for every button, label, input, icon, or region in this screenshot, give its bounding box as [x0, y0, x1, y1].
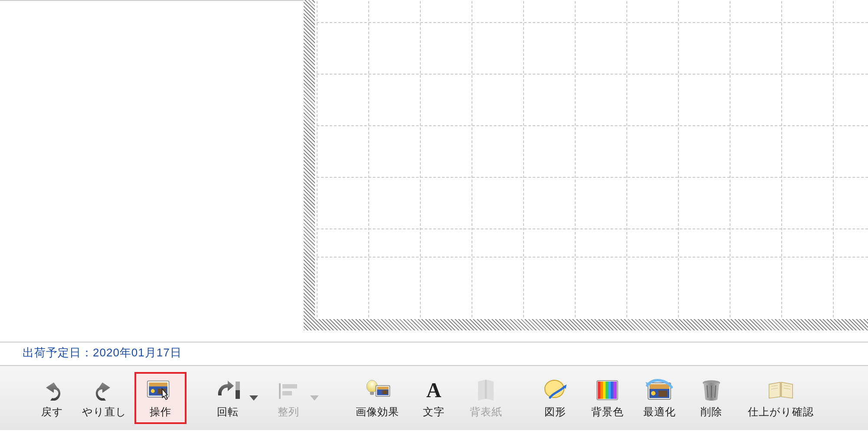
svg-rect-7	[279, 383, 281, 399]
image-effect-icon	[364, 377, 391, 403]
image-effect-label: 画像効果	[356, 405, 399, 419]
align-label: 整列	[278, 405, 299, 419]
preview-label: 仕上がり確認	[748, 405, 814, 419]
safe-margin-left	[304, 0, 315, 330]
shipping-date-label: 出荷予定日：	[23, 346, 93, 359]
undo-label: 戻す	[41, 405, 63, 419]
svg-rect-24	[608, 382, 611, 399]
canvas-grid	[317, 0, 868, 317]
svg-rect-14	[377, 387, 389, 389]
canvas-page[interactable]	[304, 0, 868, 330]
svg-rect-15	[382, 390, 387, 394]
trash-icon	[698, 377, 725, 403]
delete-label: 削除	[701, 405, 722, 419]
canvas-area	[0, 0, 868, 343]
svg-rect-2	[149, 382, 167, 386]
optimize-icon	[645, 377, 673, 403]
svg-rect-17	[485, 380, 487, 399]
shipping-date: 出荷予定日：2020年01月17日	[23, 345, 182, 360]
align-dropdown[interactable]	[308, 372, 321, 424]
book-preview-icon	[767, 377, 795, 403]
bgcolor-icon	[593, 377, 621, 403]
chevron-down-icon	[310, 395, 319, 401]
undo-button[interactable]: 戻す	[26, 372, 78, 424]
rotate-icon	[214, 377, 242, 403]
bgcolor-button[interactable]: 背景色	[581, 372, 633, 424]
align-button[interactable]: 整列	[269, 372, 308, 424]
safe-margin-bottom	[304, 319, 868, 330]
svg-rect-26	[613, 382, 617, 399]
svg-rect-20	[598, 382, 600, 399]
text-button[interactable]: A 文字	[408, 372, 460, 424]
undo-icon	[38, 377, 66, 403]
shape-button[interactable]: 図形	[529, 372, 581, 424]
toolbar: 戻す やり直し 操作	[0, 365, 868, 430]
svg-rect-6	[236, 382, 240, 390]
image-effect-button[interactable]: 画像効果	[347, 372, 408, 424]
svg-point-3	[151, 389, 155, 393]
operate-label: 操作	[150, 405, 171, 419]
rotate-dropdown[interactable]	[247, 372, 260, 424]
shape-label: 図形	[544, 405, 566, 419]
svg-rect-8	[282, 384, 297, 388]
optimize-button[interactable]: 最適化	[633, 372, 685, 424]
operate-icon	[147, 377, 174, 403]
rotate-label: 回転	[217, 405, 239, 419]
bgcolor-label: 背景色	[591, 405, 624, 419]
svg-rect-31	[658, 391, 667, 397]
svg-rect-23	[606, 382, 608, 399]
redo-label: やり直し	[82, 405, 127, 419]
preview-button[interactable]: 仕上がり確認	[742, 372, 820, 424]
svg-rect-30	[649, 384, 669, 389]
spine-icon	[472, 377, 500, 403]
svg-point-32	[651, 391, 655, 395]
optimize-label: 最適化	[643, 405, 676, 419]
redo-button[interactable]: やり直し	[78, 372, 130, 424]
svg-rect-21	[600, 382, 603, 399]
text-icon: A	[420, 377, 448, 403]
chevron-down-icon	[249, 395, 258, 401]
operate-button[interactable]: 操作	[134, 372, 187, 424]
delete-button[interactable]: 削除	[685, 372, 737, 424]
shipping-date-value: 2020年01月17日	[93, 346, 182, 359]
shape-icon	[541, 377, 569, 403]
spine-label: 背表紙	[470, 405, 502, 419]
spine-button[interactable]: 背表紙	[460, 372, 512, 424]
text-label: 文字	[423, 405, 445, 419]
svg-rect-11	[370, 392, 374, 395]
svg-rect-22	[603, 382, 606, 399]
align-icon	[275, 377, 302, 403]
rotate-button[interactable]: 回転	[208, 372, 247, 424]
svg-rect-9	[282, 391, 292, 395]
svg-rect-25	[611, 382, 613, 399]
redo-icon	[90, 377, 118, 403]
svg-rect-37	[780, 382, 781, 397]
svg-text:A: A	[426, 379, 442, 401]
